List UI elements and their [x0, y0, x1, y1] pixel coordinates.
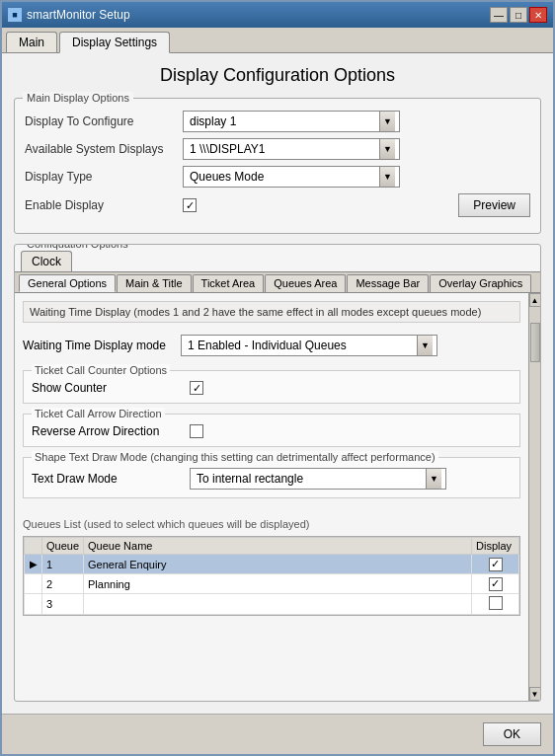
ok-button[interactable]: OK: [483, 722, 541, 746]
queue-name: General Enquiry: [84, 555, 472, 574]
text-draw-row: Text Draw Mode To internal rectangle ▼: [32, 468, 512, 490]
row-arrow: [25, 574, 42, 594]
queue-number: 2: [42, 574, 84, 594]
maximize-button[interactable]: □: [510, 7, 527, 23]
available-displays-row: Available System Displays 1 \\\DISPLAY1 …: [25, 138, 530, 160]
row-arrow: ▶: [25, 555, 42, 574]
display-configure-row: Display To Configure display 1 ▼: [25, 111, 530, 132]
queues-list-label: Queues List (used to select which queues…: [23, 518, 520, 530]
display-checkbox-cell: ✓: [472, 555, 519, 574]
arrow-direction-section: Ticket Call Arrow Direction Reverse Arro…: [23, 414, 520, 447]
display-type-label: Display Type: [25, 170, 183, 184]
text-draw-label: Text Draw Mode: [32, 472, 190, 486]
config-section: Confiquation Options Clock General Optio…: [14, 244, 541, 702]
display-configure-value: display 1: [188, 114, 379, 128]
dropdown-arrow-icon3: ▼: [379, 167, 395, 187]
page-title: Display Configuration Options: [14, 65, 541, 86]
display-configure-dropdown[interactable]: display 1 ▼: [183, 111, 400, 132]
col-queue-name: Queue Name: [84, 538, 472, 555]
title-bar: ■ smartMonitor Setup — □ ✕: [2, 2, 553, 28]
queue-name: [84, 594, 472, 615]
arrow-direction-legend: Ticket Call Arrow Direction: [32, 408, 165, 419]
col-queue: Queue: [42, 538, 84, 555]
table-row[interactable]: 2 Planning ✓: [25, 574, 519, 594]
display-type-dropdown[interactable]: Queues Mode ▼: [183, 166, 400, 188]
waiting-time-label: Waiting Time Display mode: [23, 339, 181, 352]
available-displays-value: 1 \\\DISPLAY1: [188, 142, 379, 156]
queue-number: 3: [42, 594, 84, 615]
content-area: Display Configuration Options Main Displ…: [2, 52, 553, 714]
main-tab-bar: Main Display Settings: [2, 28, 553, 52]
tab-ticket-area[interactable]: Ticket Area: [193, 274, 265, 292]
main-display-legend: Main Display Options: [23, 92, 133, 104]
enable-display-checkbox[interactable]: ✓: [183, 198, 197, 212]
display-configure-label: Display To Configure: [25, 114, 183, 128]
text-draw-legend: Shape Text Draw Mode (changing this sett…: [32, 451, 438, 463]
queue-number: 1: [42, 555, 84, 574]
queue-table: Queue Queue Name Display ▶ 1: [24, 537, 519, 615]
window-controls: — □ ✕: [490, 7, 547, 23]
show-counter-checkbox[interactable]: ✓: [190, 381, 203, 395]
minimize-button[interactable]: —: [490, 7, 508, 23]
footer: OK: [2, 714, 553, 754]
waiting-time-info: Waiting Time Display (modes 1 and 2 have…: [23, 301, 520, 323]
tab-content: Waiting Time Display (modes 1 and 2 have…: [15, 293, 540, 701]
dropdown-arrow-icon2: ▼: [379, 139, 395, 159]
config-legend: Confiquation Options: [23, 244, 132, 250]
col-arrow: [25, 538, 42, 555]
tab-overlay-graphics[interactable]: Overlay Graphics: [430, 274, 531, 292]
tab-queues-area[interactable]: Queues Area: [265, 274, 346, 292]
table-row[interactable]: ▶ 1 General Enquiry ✓: [25, 555, 519, 574]
display-checkbox-cell: ✓: [472, 574, 519, 594]
waiting-time-row: Waiting Time Display mode 1 Enabled - In…: [23, 335, 520, 356]
enable-display-row: Enable Display ✓ Preview: [25, 193, 530, 217]
scroll-down-button[interactable]: ▼: [529, 687, 541, 701]
tab-main[interactable]: Main: [6, 32, 57, 52]
col-display: Display: [472, 538, 519, 555]
waiting-time-arrow-icon: ▼: [417, 336, 433, 355]
text-draw-arrow-icon: ▼: [426, 469, 441, 489]
window-title: smartMonitor Setup: [27, 8, 130, 22]
enable-display-label: Enable Display: [25, 198, 183, 212]
scrollbar[interactable]: ▲ ▼: [528, 293, 540, 701]
queue-name: Planning: [84, 574, 472, 594]
main-window: ■ smartMonitor Setup — □ ✕ Main Display …: [0, 0, 555, 756]
queues-list-section: Queues List (used to select which queues…: [23, 512, 520, 616]
text-draw-section: Shape Text Draw Mode (changing this sett…: [23, 457, 520, 498]
available-displays-dropdown[interactable]: 1 \\\DISPLAY1 ▼: [183, 138, 400, 160]
tab-display-settings[interactable]: Display Settings: [59, 32, 170, 53]
clock-tab[interactable]: Clock: [21, 251, 72, 271]
inner-tab-bar: General Options Main & Title Ticket Area…: [15, 271, 540, 293]
waiting-time-value: 1 Enabled - Individual Queues: [186, 339, 417, 352]
reverse-arrow-row: Reverse Arrow Direction: [32, 424, 512, 438]
show-counter-label: Show Counter: [32, 381, 190, 395]
app-icon: ■: [8, 8, 22, 22]
waiting-time-dropdown[interactable]: 1 Enabled - Individual Queues ▼: [181, 335, 437, 356]
reverse-arrow-checkbox[interactable]: [190, 424, 203, 438]
preview-button[interactable]: Preview: [458, 193, 530, 217]
queue-table-container: Queue Queue Name Display ▶ 1: [23, 536, 520, 616]
display-type-row: Display Type Queues Mode ▼: [25, 166, 530, 188]
table-row[interactable]: 3: [25, 594, 519, 615]
counter-options-legend: Ticket Call Counter Options: [32, 364, 170, 376]
display-checkbox-3[interactable]: [489, 596, 503, 610]
main-display-section: Main Display Options Display To Configur…: [14, 98, 541, 234]
display-checkbox-cell: [472, 594, 519, 615]
text-draw-value: To internal rectangle: [195, 472, 426, 486]
scroll-up-button[interactable]: ▲: [529, 293, 541, 307]
tab-general-options[interactable]: General Options: [19, 274, 116, 292]
tab-main-title[interactable]: Main & Title: [117, 274, 191, 292]
display-checkbox-2[interactable]: ✓: [489, 577, 503, 591]
text-draw-dropdown[interactable]: To internal rectangle ▼: [190, 468, 446, 490]
show-counter-row: Show Counter ✓: [32, 381, 512, 395]
close-button[interactable]: ✕: [529, 7, 547, 23]
tab-message-bar[interactable]: Message Bar: [347, 274, 429, 292]
counter-options-section: Ticket Call Counter Options Show Counter…: [23, 370, 520, 404]
dropdown-arrow-icon: ▼: [379, 112, 395, 131]
scrollbar-thumb[interactable]: [530, 323, 540, 362]
general-options-content: Waiting Time Display (modes 1 and 2 have…: [15, 293, 528, 701]
available-displays-label: Available System Displays: [25, 142, 183, 156]
row-arrow: [25, 594, 42, 615]
display-checkbox-1[interactable]: ✓: [489, 558, 503, 571]
display-type-value: Queues Mode: [188, 170, 379, 184]
